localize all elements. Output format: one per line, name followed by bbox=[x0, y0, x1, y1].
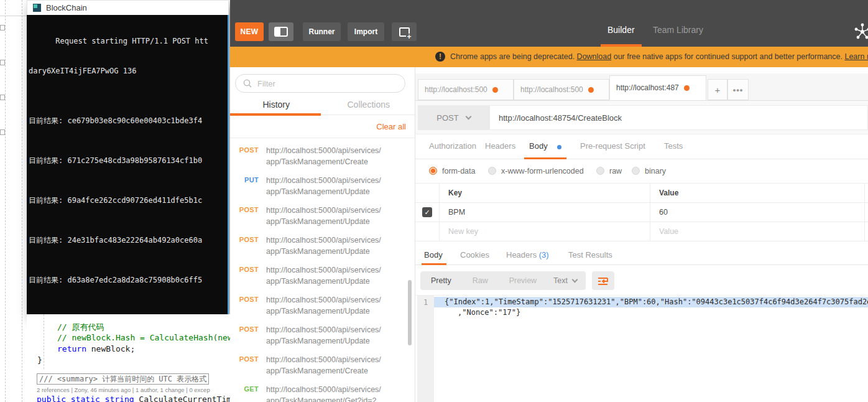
new-window-icon bbox=[399, 27, 410, 37]
radio-form-data[interactable] bbox=[429, 167, 437, 175]
value-input[interactable] bbox=[659, 208, 864, 217]
new-value-input[interactable] bbox=[659, 227, 864, 236]
history-item[interactable]: POST http://localhost:5000/api/services/… bbox=[230, 202, 415, 231]
response-body-viewer[interactable]: 1 {"Index":1,"TimeStamp":"1525717631231"… bbox=[415, 295, 868, 402]
format-select[interactable]: Text bbox=[545, 271, 586, 290]
runner-button[interactable]: Runner bbox=[303, 22, 341, 41]
filter-input[interactable] bbox=[257, 79, 405, 88]
history-item[interactable]: POST http://localhost:5000/api/services/… bbox=[230, 351, 415, 381]
radio-binary[interactable] bbox=[632, 167, 640, 175]
tab-history[interactable]: History bbox=[230, 95, 323, 115]
sync-icon[interactable] bbox=[853, 22, 868, 41]
history-method-badge: POST bbox=[230, 231, 266, 261]
history-item[interactable]: POST http://localhost:5000/api/services/… bbox=[230, 261, 415, 291]
vs-outline-box[interactable] bbox=[0, 129, 5, 135]
line-number: 1 bbox=[423, 298, 428, 307]
tab-authorization[interactable]: Authorization bbox=[429, 141, 476, 151]
sidebar-scrollbar[interactable] bbox=[408, 280, 412, 345]
tab-test-results[interactable]: Test Results bbox=[568, 250, 612, 259]
history-item[interactable]: POST http://localhost:5000/api/services/… bbox=[230, 142, 415, 172]
code-editor[interactable]: // 原有代码 // newBlock.Hash = CalculateHash… bbox=[27, 314, 230, 402]
radio-label-binary[interactable]: binary bbox=[645, 167, 666, 175]
history-item[interactable]: GET http://localhost:5000/api/services/ … bbox=[230, 381, 415, 402]
unsaved-dot-icon bbox=[684, 85, 690, 91]
request-tab[interactable]: http://localhost:500 bbox=[418, 79, 514, 100]
view-raw[interactable]: Raw bbox=[462, 271, 499, 290]
tab-cookies[interactable]: Cookies bbox=[460, 250, 489, 259]
view-pretty[interactable]: Pretty bbox=[420, 271, 462, 290]
console-window-title: BlockChain bbox=[46, 3, 87, 12]
history-url: http://localhost:5000/api/services/ app/… bbox=[266, 202, 381, 231]
tab-pre-request-script[interactable]: Pre-request Script bbox=[580, 141, 645, 151]
tab-response-headers[interactable]: Headers (3) bbox=[506, 250, 549, 259]
row-checkbox[interactable]: ✓ bbox=[422, 207, 432, 217]
new-window-button[interactable] bbox=[392, 22, 417, 41]
request-tab[interactable]: http://localhost:500 bbox=[514, 79, 609, 100]
history-item[interactable]: PUT http://localhost:5000/api/services/ … bbox=[230, 172, 415, 202]
vs-outline-box[interactable] bbox=[0, 25, 5, 30]
response-json-line-1: {"Index":1,"TimeStamp":"1525717631231","… bbox=[434, 297, 868, 307]
collapsed-doc-comment[interactable]: /// <summary> 计算当前时间的 UTC 表示格式 bbox=[37, 373, 209, 385]
console-line: Request starting HTTP/1.1 POST htt bbox=[29, 36, 228, 46]
banner-text: Chrome apps are being deprecated. Downlo… bbox=[450, 52, 868, 61]
history-item[interactable]: POST http://localhost:5000/api/services/… bbox=[230, 321, 415, 351]
column-header-value: Value bbox=[650, 184, 864, 202]
console-window: BlockChain Request starting HTTP/1.1 POS… bbox=[27, 0, 229, 314]
console-titlebar[interactable]: BlockChain bbox=[27, 0, 229, 15]
history-item[interactable]: POST http://localhost:5000/api/services/… bbox=[230, 231, 415, 261]
tab-tests[interactable]: Tests bbox=[664, 141, 683, 151]
response-tabs: Body Cookies Headers (3) Test Results bbox=[415, 246, 868, 265]
table-new-row bbox=[415, 222, 868, 241]
tab-collections[interactable]: Collections bbox=[323, 95, 415, 115]
history-method-badge: POST bbox=[230, 202, 266, 231]
tab-response-body[interactable]: Body bbox=[424, 250, 443, 259]
form-data-table: Key Value ✓ bbox=[415, 183, 868, 241]
request-tabstrip: http://localhost:500 http://localhost:50… bbox=[415, 73, 868, 101]
vs-outline-box[interactable] bbox=[0, 60, 5, 65]
layout-toggle-button[interactable] bbox=[269, 22, 293, 41]
indent-guide bbox=[44, 314, 44, 369]
vs-divider bbox=[0, 16, 27, 16]
unsaved-dot-icon bbox=[588, 87, 594, 93]
radio-label-x-www-form-urlencoded[interactable]: x-www-form-urlencoded bbox=[501, 167, 584, 175]
postman-body: History Collections Clear all POST http:… bbox=[230, 67, 868, 402]
codelens-info[interactable]: 2 references | Zony, 46 minutes ago | 1 … bbox=[37, 386, 210, 393]
filter-box bbox=[235, 74, 405, 93]
code-line: public static string CalculateCurrentTim… bbox=[37, 395, 230, 402]
radio-x-www-form-urlencoded[interactable] bbox=[488, 167, 496, 175]
radio-label-form-data[interactable]: form-data bbox=[442, 167, 476, 175]
request-tab-active[interactable]: http://localhost:487 bbox=[609, 75, 706, 100]
new-key-input[interactable] bbox=[448, 227, 650, 236]
import-button[interactable]: Import bbox=[348, 22, 384, 41]
chevron-down-icon bbox=[465, 113, 471, 119]
view-preview[interactable]: Preview bbox=[499, 271, 547, 290]
history-item[interactable]: POST http://localhost:5000/api/services/… bbox=[230, 291, 415, 321]
radio-raw[interactable] bbox=[596, 167, 604, 175]
sidebar-tabs: History Collections bbox=[230, 95, 415, 115]
tab-headers[interactable]: Headers bbox=[485, 141, 515, 151]
tab-body[interactable]: Body bbox=[529, 141, 548, 151]
learn-more-link[interactable]: Learn more bbox=[844, 52, 868, 61]
method-select[interactable]: POST bbox=[418, 105, 489, 130]
url-input[interactable] bbox=[489, 105, 868, 130]
clear-all-link[interactable]: Clear all bbox=[230, 116, 415, 138]
vs-outline-box[interactable] bbox=[0, 95, 5, 100]
tab-builder[interactable]: Builder bbox=[607, 25, 635, 35]
more-tabs-button[interactable]: ••• bbox=[727, 79, 749, 100]
wrap-text-button[interactable] bbox=[592, 271, 614, 290]
console-result-lines: 目前结果: ce679b03e8c90c60e00403c1bde3f4 目前结… bbox=[29, 96, 228, 314]
console-result-line: 目前结果: 69a4fce262ccd90726ed411dfe5b1c bbox=[29, 195, 228, 205]
history-url: http://localhost:5000/api/services/ app/… bbox=[266, 291, 381, 321]
download-link[interactable]: Download bbox=[577, 52, 612, 61]
keyword: return bbox=[57, 344, 86, 353]
radio-label-raw[interactable]: raw bbox=[609, 167, 622, 175]
wrap-text-icon bbox=[597, 276, 609, 286]
screen: BlockChain Request starting HTTP/1.1 POS… bbox=[0, 0, 868, 402]
tab-team-library[interactable]: Team Library bbox=[653, 25, 703, 35]
key-input[interactable] bbox=[448, 208, 650, 217]
history-url: http://localhost:5000/api/services/ app/… bbox=[266, 261, 381, 291]
code-comment: // 原有代码 bbox=[57, 322, 104, 333]
new-tab-button[interactable]: + bbox=[708, 79, 727, 100]
console-app-icon bbox=[33, 4, 41, 12]
new-button[interactable]: NEW bbox=[235, 22, 264, 41]
